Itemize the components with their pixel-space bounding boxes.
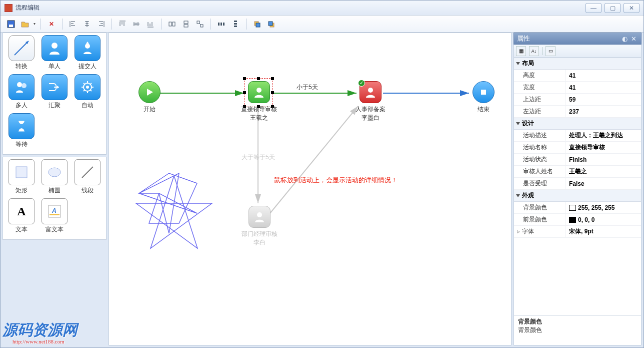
distribute-v-button[interactable]	[230, 19, 241, 30]
tool-auto[interactable]: 自动	[71, 74, 104, 113]
align-middle-button[interactable]	[131, 19, 142, 30]
property-pages-button[interactable]: ▭	[546, 46, 556, 56]
pin-icon[interactable]: ◐	[620, 34, 629, 43]
svg-rect-27	[16, 167, 27, 178]
svg-line-37	[270, 106, 358, 213]
node-leader-label2: 王羲之	[235, 114, 282, 122]
svg-marker-39	[136, 176, 212, 248]
activity-tools-panel: 转换 单人 提交人 多人 汇聚 自动 等待	[2, 33, 106, 155]
send-back-button[interactable]	[266, 19, 276, 30]
svg-rect-7	[200, 25, 203, 27]
svg-rect-6	[197, 21, 200, 24]
tool-palette: 转换 单人 提交人 多人 汇聚 自动 等待 矩形 椭圆 线段 A文本 A富文本	[2, 33, 106, 345]
node-leader[interactable]: 直接领导审核 王羲之	[235, 81, 282, 122]
svg-rect-43	[481, 90, 486, 95]
save-button[interactable]	[6, 19, 16, 30]
svg-point-42	[368, 88, 373, 93]
align-center-button[interactable]	[82, 19, 92, 30]
tool-multi[interactable]: 多人	[5, 74, 38, 113]
node-end-label: 结束	[461, 105, 506, 114]
svg-rect-32	[50, 214, 60, 215]
svg-rect-11	[234, 21, 237, 22]
properties-toolbar: ▦ A↓ ▭	[514, 45, 642, 58]
fg-color-swatch	[569, 217, 576, 223]
same-size-button[interactable]	[194, 19, 206, 30]
alphabetize-button[interactable]: A↓	[529, 46, 539, 56]
same-height-button[interactable]	[180, 19, 192, 30]
property-grid[interactable]: 布局 高度41 宽度41 上边距59 左边距237 设计 活动描述处理人：王羲之…	[514, 58, 642, 315]
svg-rect-17	[268, 22, 272, 26]
tool-merge[interactable]: 汇聚	[38, 74, 71, 113]
svg-rect-3	[172, 22, 175, 26]
node-hr-label1: 人事部备案	[348, 105, 393, 114]
svg-rect-4	[184, 21, 188, 24]
align-top-button[interactable]	[117, 19, 128, 30]
app-window: 流程编辑 — ▢ ✕ ▾ ✕	[0, 0, 644, 348]
properties-header[interactable]: 属性 ◐ ✕	[514, 33, 642, 45]
svg-line-18	[14, 41, 28, 55]
property-description: 背景颜色 背景颜色	[514, 315, 642, 345]
shape-text[interactable]: A文本	[5, 198, 38, 237]
panel-close-icon[interactable]: ✕	[629, 34, 638, 43]
node-dept[interactable]: 部门经理审核 李白	[237, 206, 282, 247]
tool-submitter[interactable]: 提交人	[71, 35, 104, 74]
edge-label-gte5: 大于等于5天	[242, 153, 275, 162]
node-dept-label1: 部门经理审核	[237, 230, 282, 238]
titlebar[interactable]: 流程编辑 — ▢ ✕	[0, 1, 644, 16]
tool-transition[interactable]: 转换	[5, 35, 38, 74]
align-right-button[interactable]	[96, 19, 106, 30]
delete-button[interactable]: ✕	[46, 19, 57, 30]
properties-panel: 属性 ◐ ✕ ▦ A↓ ▭ 布局 高度41 宽度41 上边距59 左边距237 …	[514, 33, 642, 345]
align-bottom-button[interactable]	[145, 19, 156, 30]
svg-marker-40	[147, 89, 153, 96]
category-layout: 布局	[514, 58, 641, 70]
svg-rect-15	[256, 23, 260, 27]
window-title: 流程编辑	[16, 4, 586, 12]
svg-line-29	[82, 167, 93, 178]
svg-point-22	[17, 82, 22, 87]
shape-tools-panel: 矩形 椭圆 线段 A文本 A富文本	[2, 157, 106, 240]
svg-rect-9	[220, 23, 222, 26]
shape-ellipse[interactable]: 椭圆	[38, 159, 71, 198]
dropdown-caret-icon[interactable]: ▾	[34, 22, 36, 26]
edge-label-lt5: 小于5天	[296, 83, 318, 92]
tool-single[interactable]: 单人	[38, 35, 71, 74]
svg-point-21	[85, 44, 90, 49]
svg-marker-24	[57, 86, 59, 89]
app-icon	[4, 4, 12, 12]
bring-front-button[interactable]	[252, 19, 262, 30]
svg-rect-1	[9, 25, 13, 27]
bg-color-swatch	[569, 205, 576, 211]
properties-title: 属性	[517, 34, 530, 43]
maximize-button[interactable]: ▢	[604, 3, 620, 13]
node-start[interactable]: 开始	[127, 81, 172, 114]
shape-richtext[interactable]: A富文本	[38, 198, 71, 237]
flow-canvas[interactable]: 开始 直接领导审核 王羲之 ✓ 人事部备案	[108, 33, 512, 345]
open-button[interactable]	[20, 19, 30, 30]
hint-text: 鼠标放到活动上，会显示活动的详细情况！	[274, 176, 398, 185]
toolbar: ▾ ✕	[0, 16, 644, 33]
tool-wait[interactable]: 等待	[5, 113, 38, 152]
svg-point-23	[22, 83, 26, 88]
svg-point-20	[52, 43, 58, 49]
node-end[interactable]: 结束	[461, 81, 506, 114]
align-left-button[interactable]	[68, 19, 78, 30]
shape-line[interactable]: 线段	[71, 159, 104, 198]
svg-rect-8	[218, 23, 220, 26]
shape-rect[interactable]: 矩形	[5, 159, 38, 198]
svg-text:A: A	[52, 207, 56, 214]
category-appearance: 外观	[514, 190, 641, 202]
svg-rect-10	[223, 23, 224, 26]
svg-point-41	[256, 88, 262, 93]
node-hr[interactable]: ✓ 人事部备案 李墨白	[348, 81, 393, 122]
svg-rect-13	[234, 26, 237, 27]
svg-rect-12	[234, 23, 237, 25]
close-button[interactable]: ✕	[624, 3, 640, 13]
svg-rect-2	[169, 22, 172, 26]
same-width-button[interactable]	[166, 19, 178, 30]
node-dept-label2: 李白	[237, 238, 282, 247]
svg-point-26	[86, 86, 89, 89]
minimize-button[interactable]: —	[586, 3, 602, 13]
distribute-h-button[interactable]	[216, 19, 227, 30]
categorize-button[interactable]: ▦	[516, 46, 526, 56]
